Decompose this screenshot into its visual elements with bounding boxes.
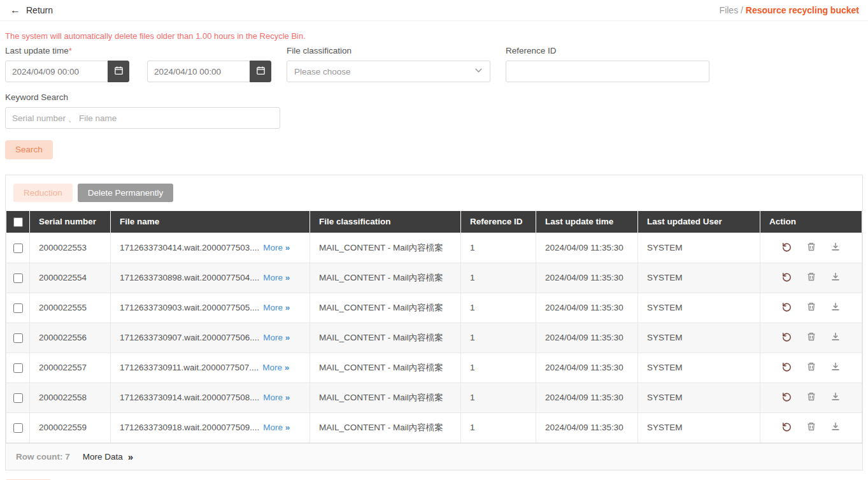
- reference-cell: 1: [461, 353, 536, 382]
- restore-icon: [781, 242, 792, 252]
- serial-cell: 2000022554: [30, 263, 111, 293]
- breadcrumb: Files / Resource recycling bucket: [720, 5, 859, 15]
- table-body: 2000022553 1712633730414.wait.2000077503…: [6, 233, 862, 442]
- restore-button[interactable]: [776, 302, 798, 314]
- download-button[interactable]: [825, 391, 846, 404]
- more-link[interactable]: More »: [263, 333, 289, 342]
- classification-cell: MAIL_CONTENT - Mail內容檔案: [310, 323, 461, 353]
- user-cell: SYSTEM: [638, 382, 760, 412]
- delete-button[interactable]: [800, 302, 822, 314]
- restore-icon: [781, 272, 792, 282]
- restore-button[interactable]: [776, 331, 798, 344]
- date-to-input[interactable]: [147, 61, 250, 82]
- more-label: More: [263, 243, 283, 252]
- delete-button[interactable]: [800, 361, 822, 374]
- return-link[interactable]: ← Return: [10, 5, 53, 15]
- breadcrumb-parent[interactable]: Files: [720, 5, 739, 15]
- more-link[interactable]: More »: [263, 243, 289, 252]
- restore-button[interactable]: [776, 361, 798, 374]
- row-checkbox-cell: [6, 323, 30, 353]
- serial-cell: 2000022555: [30, 293, 111, 323]
- col-file-classification: File classification: [310, 211, 461, 233]
- more-link[interactable]: More »: [263, 423, 289, 432]
- calendar-icon: [256, 66, 266, 77]
- file-classification-value: Please choose: [294, 67, 351, 76]
- reduction-button[interactable]: Reduction: [13, 184, 73, 203]
- more-link[interactable]: More »: [262, 363, 288, 372]
- last-update-cell: 2024/04/09 11:35:30: [536, 353, 638, 382]
- filter-row: Last update time*: [5, 46, 858, 82]
- download-button[interactable]: [825, 272, 846, 284]
- delete-button[interactable]: [800, 421, 822, 433]
- row-checkbox[interactable]: [13, 423, 23, 433]
- download-icon: [830, 391, 841, 402]
- date-to-calendar-button[interactable]: [250, 61, 271, 82]
- restore-button[interactable]: [776, 272, 798, 284]
- user-cell: SYSTEM: [638, 263, 760, 293]
- double-chevron-icon: »: [285, 363, 289, 372]
- file-name: 1712633730914.wait.2000077508....: [120, 393, 259, 402]
- table-row: 2000022558 1712633730914.wait.2000077508…: [6, 382, 862, 412]
- last-update-time-label-text: Last update time: [5, 46, 69, 55]
- more-link[interactable]: More »: [263, 273, 289, 282]
- col-file-name: File name: [111, 211, 310, 233]
- trash-icon: [806, 331, 816, 342]
- more-label: More: [262, 363, 282, 372]
- delete-button[interactable]: [800, 391, 822, 404]
- col-last-update-time: Last update time: [536, 211, 638, 233]
- row-checkbox[interactable]: [13, 333, 23, 343]
- more-link[interactable]: More »: [263, 303, 289, 312]
- trash-icon: [806, 242, 816, 252]
- row-checkbox[interactable]: [13, 244, 23, 253]
- serial-cell: 2000022553: [30, 233, 111, 263]
- table-row: 2000022557 1712633730911.wait.2000077507…: [6, 353, 862, 382]
- download-button[interactable]: [825, 302, 846, 314]
- table-footer: Row count: 7 More Data »: [6, 443, 862, 470]
- restore-button[interactable]: [776, 242, 798, 254]
- restore-button[interactable]: [776, 421, 798, 434]
- reference-cell: 1: [461, 233, 536, 263]
- delete-button[interactable]: [800, 331, 822, 344]
- select-all-checkbox[interactable]: [13, 217, 23, 227]
- date-from-input[interactable]: [5, 61, 108, 82]
- search-button[interactable]: Search: [5, 140, 53, 159]
- delete-button[interactable]: [800, 242, 822, 254]
- reference-cell: 1: [461, 293, 536, 323]
- row-checkbox[interactable]: [13, 393, 23, 403]
- results-panel: Reduction Delete Permanently Serial numb…: [5, 175, 863, 470]
- filename-cell: 1712633730414.wait.2000077503....More »: [111, 233, 310, 263]
- row-checkbox[interactable]: [13, 273, 23, 283]
- serial-cell: 2000022556: [30, 323, 111, 353]
- delete-button[interactable]: [800, 272, 822, 284]
- trash-icon: [806, 302, 816, 312]
- row-checkbox[interactable]: [13, 303, 23, 313]
- classification-cell: MAIL_CONTENT - Mail內容檔案: [310, 263, 461, 293]
- keyword-search-input[interactable]: [5, 107, 280, 129]
- download-icon: [830, 242, 841, 252]
- file-classification-label: File classification: [287, 46, 490, 55]
- more-data-link[interactable]: More Data »: [83, 451, 132, 462]
- reference-id-input[interactable]: [506, 61, 709, 82]
- classification-cell: MAIL_CONTENT - Mail內容檔案: [310, 353, 461, 382]
- delete-permanently-button[interactable]: Delete Permanently: [78, 184, 174, 203]
- file-classification-select[interactable]: Please choose: [287, 61, 490, 82]
- keyword-search-label: Keyword Search: [5, 92, 858, 102]
- download-button[interactable]: [825, 361, 846, 374]
- last-update-cell: 2024/04/09 11:35:30: [536, 233, 638, 263]
- download-button[interactable]: [825, 242, 846, 254]
- double-chevron-icon: »: [285, 243, 290, 252]
- col-last-updated-user: Last updated User: [638, 211, 760, 233]
- auto-delete-warning: The system will automatically delete fil…: [5, 31, 858, 41]
- download-icon: [830, 302, 841, 312]
- restore-button[interactable]: [776, 391, 798, 404]
- more-link[interactable]: More »: [263, 393, 289, 402]
- double-chevron-icon: »: [285, 273, 290, 282]
- file-name: 1712633730414.wait.2000077503....: [120, 243, 259, 252]
- download-button[interactable]: [825, 331, 846, 344]
- classification-cell: MAIL_CONTENT - Mail內容檔案: [310, 233, 461, 263]
- row-checkbox[interactable]: [13, 363, 23, 373]
- user-cell: SYSTEM: [638, 353, 760, 382]
- trash-icon: [806, 391, 816, 402]
- download-button[interactable]: [825, 421, 846, 433]
- date-from-calendar-button[interactable]: [108, 61, 129, 82]
